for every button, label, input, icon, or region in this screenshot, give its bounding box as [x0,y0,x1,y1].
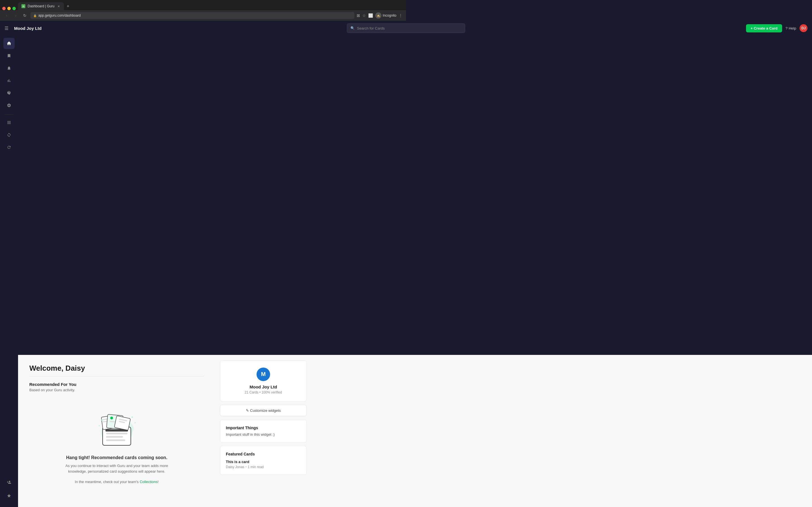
sidebar-item-integrations1[interactable] [3,129,15,140]
forward-button[interactable]: › [12,12,19,19]
traffic-lights [2,7,16,10]
sidebar-item-settings[interactable] [3,100,15,111]
incognito-avatar: 🕵 [375,12,382,18]
sidebar-divider [5,114,13,115]
new-tab-button[interactable]: + [64,2,72,10]
minimize-button[interactable] [7,7,11,10]
browser-chrome: G Dashboard | Guru ✕ + ‹ › ↻ 🔒 app.getgu… [0,0,406,21]
reload-button[interactable]: ↻ [21,12,28,19]
sidebar [0,21,18,253]
hamburger-menu-icon[interactable]: ☰ [4,25,8,31]
incognito-badge: 🕵 Incognito [375,12,396,18]
sidebar-item-bookmarks[interactable] [3,50,15,61]
sidebar-item-collections[interactable] [3,87,15,99]
browser-tab[interactable]: G Dashboard | Guru ✕ [18,2,64,10]
nav-actions: ⊠ ☆ ⬜ 🕵 Incognito ⋮ [357,12,403,18]
nav-bar: ‹ › ↻ 🔒 app.getguru.com/dashboard ⊠ ☆ ⬜ … [0,10,406,21]
search-icon: 🔍 [350,26,355,30]
app-brand-name: Mood Joy Ltd [14,26,42,31]
cast-icon[interactable]: ⊠ [357,13,360,18]
sidebar-item-integrations2[interactable] [3,142,15,153]
sidebar-item-analytics[interactable] [3,75,15,86]
url-text: app.getguru.com/dashboard [38,13,81,17]
tab-close-icon[interactable]: ✕ [57,4,61,8]
tab-title: Dashboard | Guru [28,4,54,8]
extension-icon[interactable]: ⬜ [368,13,373,18]
search-bar[interactable]: 🔍 Search for Cards [347,23,406,33]
tab-bar: G Dashboard | Guru ✕ + [0,0,406,10]
sidebar-item-apps[interactable] [3,117,15,128]
close-button[interactable] [2,7,6,10]
tab-favicon: G [21,4,26,8]
app-topbar: ☰ Mood Joy Ltd 🔍 Search for Cards + Crea… [0,21,406,36]
more-options-icon[interactable]: ⋮ [399,13,403,18]
sidebar-item-notifications[interactable] [3,62,15,74]
search-placeholder: Search for Cards [357,26,385,31]
address-bar[interactable]: 🔒 app.getguru.com/dashboard [31,12,354,19]
bookmark-star-icon[interactable]: ☆ [362,13,366,18]
maximize-button[interactable] [12,7,16,10]
back-button[interactable]: ‹ [3,12,10,19]
incognito-label: Incognito [383,13,396,17]
lock-icon: 🔒 [33,14,37,17]
sidebar-item-home[interactable] [3,38,15,49]
sidebar-apps-section [3,117,15,154]
